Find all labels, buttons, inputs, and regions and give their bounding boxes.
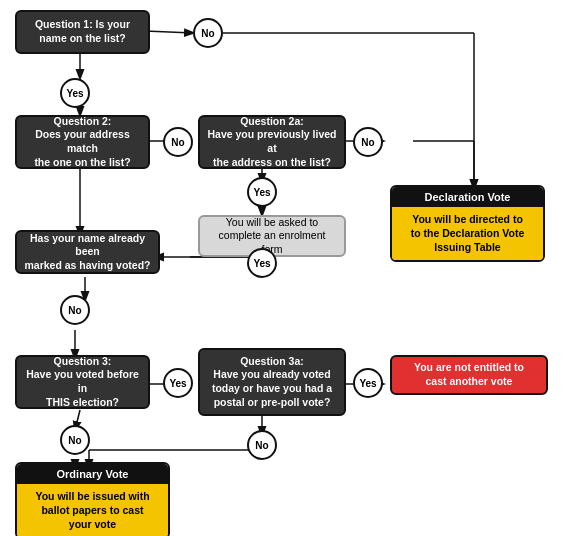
declaration-vote-box: Declaration Vote You will be directed to…: [390, 185, 545, 262]
flowchart: Question 1: Is your name on the list? No…: [0, 0, 567, 536]
question-3a: Question 3a:Have you already votedtoday …: [198, 348, 346, 416]
no-circle-q3a: No: [247, 430, 277, 460]
no-circle-q1: No: [193, 18, 223, 48]
no-circle-q2a: No: [353, 127, 383, 157]
declaration-vote-title: Declaration Vote: [392, 187, 543, 207]
ordinary-vote-desc: You will be issued withballot papers to …: [17, 484, 168, 536]
ordinary-vote-box: Ordinary Vote You will be issued withbal…: [15, 462, 170, 536]
question-1: Question 1: Is your name on the list?: [15, 10, 150, 54]
question-3: Question 3:Have you voted before inTHIS …: [15, 355, 150, 409]
no-circle-q3: No: [60, 425, 90, 455]
no-circle-q2: No: [163, 127, 193, 157]
question-voted: Has your name already beenmarked as havi…: [15, 230, 160, 274]
ordinary-vote-title: Ordinary Vote: [17, 464, 168, 484]
yes-circle-q3: Yes: [163, 368, 193, 398]
yes-circle-q3a: Yes: [353, 368, 383, 398]
yes-circle-voted: Yes: [247, 248, 277, 278]
question-2a: Question 2a:Have you previously lived at…: [198, 115, 346, 169]
enrolment-box: You will be asked tocomplete an enrolmen…: [198, 215, 346, 257]
question-2: Question 2:Does your address matchthe on…: [15, 115, 150, 169]
declaration-vote-desc: You will be directed toto the Declaratio…: [392, 207, 543, 260]
no-circle-voted: No: [60, 295, 90, 325]
yes-circle-q1: Yes: [60, 78, 90, 108]
not-entitled-box: You are not entitled tocast another vote: [390, 355, 548, 395]
svg-line-0: [145, 31, 193, 33]
yes-circle-q2a: Yes: [247, 177, 277, 207]
